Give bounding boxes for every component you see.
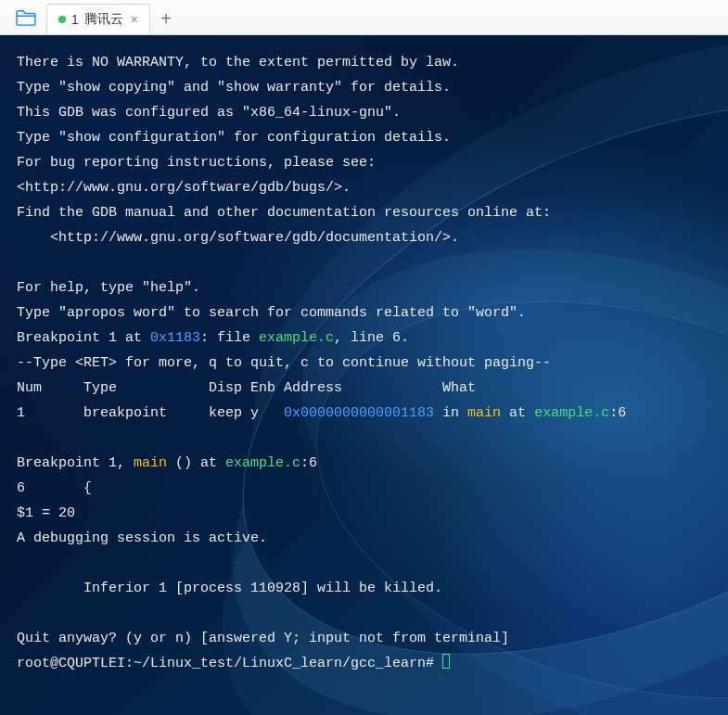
new-tab-button[interactable]: +	[150, 4, 182, 34]
open-folder-button[interactable]	[6, 0, 46, 34]
term-line: --Type <RET> for more, q to quit, c to c…	[17, 355, 551, 371]
terminal-output: There is NO WARRANTY, to the extent perm…	[0, 35, 728, 691]
function-name: main	[467, 405, 501, 421]
cursor-icon	[442, 654, 450, 669]
term-line: Find the GDB manual and other documentat…	[17, 205, 551, 221]
term-line: Breakpoint 1 at 0x1183: file example.c, …	[17, 330, 409, 346]
address: 0x1183	[150, 330, 200, 346]
filename: example.c	[534, 405, 609, 421]
tab-index: 1	[71, 12, 79, 27]
term-line: Breakpoint 1, main () at example.c:6	[17, 455, 317, 471]
term-line: Quit anyway? (y or n) [answered Y; input…	[17, 631, 509, 646]
term-line: <http://www.gnu.org/software/gdb/bugs/>.	[17, 180, 351, 196]
modified-indicator-icon	[58, 16, 66, 23]
tab-title: 腾讯云	[84, 11, 123, 28]
plus-icon: +	[160, 8, 172, 30]
tab-tencent-cloud[interactable]: 1 腾讯云 ×	[46, 4, 150, 34]
term-line: For bug reporting instructions, please s…	[17, 155, 376, 171]
folder-icon	[16, 9, 36, 26]
term-line: Num Type Disp Enb Address What	[17, 380, 476, 396]
terminal-pane[interactable]: There is NO WARRANTY, to the extent perm…	[0, 35, 728, 715]
term-line: <http://www.gnu.org/software/gdb/documen…	[17, 230, 459, 246]
function-name: main	[134, 455, 167, 471]
term-line: This GDB was configured as "x86_64-linux…	[17, 105, 401, 121]
prompt-line: root@CQUPTLEI:~/Linux_test/LinuxC_learn/…	[17, 656, 450, 671]
term-line: There is NO WARRANTY, to the extent perm…	[17, 55, 459, 70]
term-line: 1 breakpoint keep y 0x0000000000001183 i…	[17, 405, 626, 421]
term-line: $1 = 20	[17, 505, 75, 521]
term-line: 6 {	[17, 480, 92, 496]
close-icon[interactable]: ×	[129, 12, 140, 27]
term-line: Inferior 1 [process 110928] will be kill…	[17, 581, 442, 596]
filename: example.c	[225, 455, 300, 471]
term-line: Type "apropos word" to search for comman…	[17, 305, 526, 321]
term-line: Type "show configuration" for configurat…	[17, 130, 451, 146]
term-line: Type "show copying" and "show warranty" …	[17, 80, 451, 96]
address: 0x0000000000001183	[284, 405, 434, 421]
shell-prompt: root@CQUPTLEI:~/Linux_test/LinuxC_learn/…	[17, 656, 442, 671]
tab-bar: 1 腾讯云 × +	[0, 0, 728, 35]
term-line: For help, type "help".	[17, 280, 200, 296]
term-line: A debugging session is active.	[17, 530, 267, 546]
filename: example.c	[259, 330, 334, 346]
